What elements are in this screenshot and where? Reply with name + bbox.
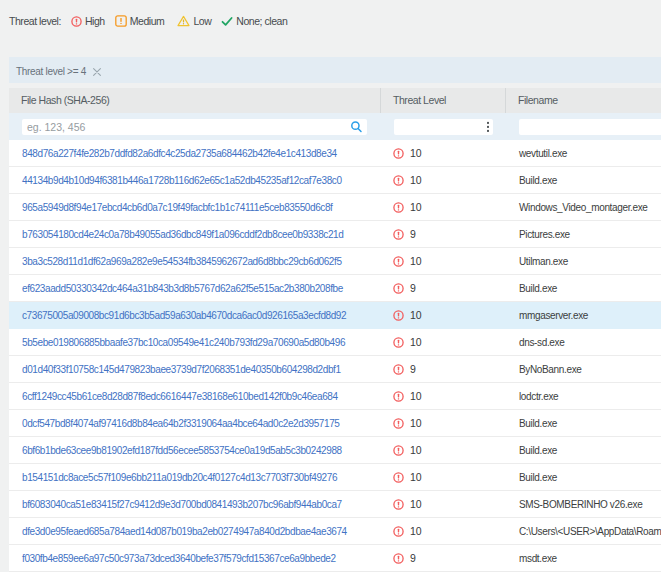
threat-high-icon bbox=[393, 229, 404, 240]
legend-item-label: None; clean bbox=[236, 15, 287, 27]
table-row[interactable]: bf6083040ca51e83415f27c9412d9e3d700bd084… bbox=[9, 491, 661, 518]
threat-level-value: 10 bbox=[410, 201, 422, 213]
file-hash-link[interactable]: f030fb4e859ee6a97c50c973a73dced3640befe3… bbox=[22, 553, 336, 564]
table-row[interactable]: 965a5949d8f94e17ebcd4cb6d0a7c19f49facbfc… bbox=[9, 194, 661, 221]
filter-cell-filename bbox=[506, 119, 661, 135]
file-hash-link[interactable]: 3ba3c528d11d1df62a969a282e9e54534fb38459… bbox=[22, 256, 342, 267]
filter-cell-hash bbox=[9, 119, 381, 135]
legend-item-low: Low bbox=[177, 15, 211, 27]
threat-level-cell: 10 bbox=[381, 174, 506, 186]
filter-cell-threat-level bbox=[381, 119, 506, 135]
column-header-filename[interactable]: Filename bbox=[506, 88, 661, 113]
file-hash-cell: bf6083040ca51e83415f27c9412d9e3d700bd084… bbox=[9, 499, 381, 510]
threat-high-icon bbox=[393, 472, 404, 483]
filename-cell: Build.exe bbox=[506, 418, 661, 429]
file-hash-link[interactable]: 0dcf547bd8f4074af97416d8b84ea64b2f331906… bbox=[22, 418, 340, 429]
file-hash-link[interactable]: dfe3d0e95feaed685a784aed14d087b019ba2eb0… bbox=[22, 526, 347, 537]
threat-high-icon bbox=[393, 256, 404, 267]
threat-level-filter-input[interactable] bbox=[394, 119, 493, 135]
filter-chip-threat-level: Threat level >= 4 bbox=[16, 66, 102, 77]
threat-level-value: 10 bbox=[410, 471, 422, 483]
threat-level-value: 10 bbox=[410, 255, 422, 267]
hash-filter-input[interactable] bbox=[22, 119, 367, 135]
filename-text: ByNoBann.exe bbox=[519, 364, 582, 375]
table-row[interactable]: c73675005a09008bc91d6bc3b5ad59a630ab4670… bbox=[9, 302, 661, 329]
filename-filter-input[interactable] bbox=[519, 119, 661, 135]
threat-level-value: 10 bbox=[410, 390, 422, 402]
table-row[interactable]: 6cff1249cc45b61ce8d28d87f8edc6616447e381… bbox=[9, 383, 661, 410]
column-header-threat-level[interactable]: Threat Level bbox=[381, 88, 506, 113]
table-row[interactable]: 5b5ebe019806885bbaafe37bc10ca09549e41c24… bbox=[9, 329, 661, 356]
threat-level-cell: 10 bbox=[381, 255, 506, 267]
column-header-file-hash[interactable]: File Hash (SHA-256) bbox=[9, 88, 381, 113]
threat-level-cell: 10 bbox=[381, 390, 506, 402]
legend-item-high: High bbox=[71, 15, 105, 27]
table-row[interactable]: 0dcf547bd8f4074af97416d8b84ea64b2f331906… bbox=[9, 410, 661, 437]
table-row[interactable]: f030fb4e859ee6a97c50c973a73dced3640befe3… bbox=[9, 545, 661, 572]
threat-level-cell: 10 bbox=[381, 309, 506, 321]
table-row[interactable]: dfe3d0e95feaed685a784aed14d087b019ba2eb0… bbox=[9, 518, 661, 545]
threat-high-icon bbox=[393, 418, 404, 429]
threat-level-value: 10 bbox=[410, 498, 422, 510]
filter-chip-text: Threat level >= 4 bbox=[16, 66, 86, 77]
threat-level-cell: 10 bbox=[381, 498, 506, 510]
file-hash-link[interactable]: bf6083040ca51e83415f27c9412d9e3d700bd084… bbox=[22, 499, 342, 510]
threat-level-cell: 10 bbox=[381, 444, 506, 456]
legend-label: Threat level: bbox=[9, 15, 61, 27]
threat-high-icon bbox=[393, 148, 404, 159]
legend-item-medium: Medium bbox=[115, 15, 165, 27]
filter-chip-close-icon[interactable] bbox=[92, 66, 102, 76]
threat-high-icon bbox=[393, 202, 404, 213]
table-body: 848d76a227f4fe282b7ddfd82a6dfc4c25da2735… bbox=[9, 140, 661, 572]
more-options-icon[interactable] bbox=[484, 120, 492, 133]
filename-text: Windows_Video_montager.exe bbox=[519, 202, 648, 213]
threat-none-check-icon bbox=[221, 16, 233, 27]
file-hash-link[interactable]: b154151dc8ace5c57f109e6bb211a019db20c4f0… bbox=[22, 472, 337, 483]
table-row[interactable]: 848d76a227f4fe282b7ddfd82a6dfc4c25da2735… bbox=[9, 140, 661, 167]
file-hash-link[interactable]: d01d40f33f10758c145d479823baee3739d7f206… bbox=[22, 364, 341, 375]
file-hash-link[interactable]: ef623aadd50330342dc464a31b843b3d8b5767d6… bbox=[22, 283, 343, 294]
table-row[interactable]: 44134b9d4b10d94f6381b446a1728b116d62e65c… bbox=[9, 167, 661, 194]
table-row[interactable]: 6bf6b1bde63cee9b81902efd187fdd56ecee5853… bbox=[9, 437, 661, 464]
threat-high-icon bbox=[393, 445, 404, 456]
threat-level-value: 10 bbox=[410, 336, 422, 348]
threat-level-cell: 9 bbox=[381, 282, 506, 294]
file-hash-link[interactable]: b763054180cd4e24c0a78b49055ad36dbc849f1a… bbox=[22, 229, 343, 240]
table-row[interactable]: d01d40f33f10758c145d479823baee3739d7f206… bbox=[9, 356, 661, 383]
filename-cell: ByNoBann.exe bbox=[506, 364, 661, 375]
file-hash-cell: 848d76a227f4fe282b7ddfd82a6dfc4c25da2735… bbox=[9, 148, 381, 159]
filename-cell: Build.exe bbox=[506, 175, 661, 186]
file-hash-link[interactable]: 44134b9d4b10d94f6381b446a1728b116d62e65c… bbox=[22, 175, 342, 186]
table-row[interactable]: 3ba3c528d11d1df62a969a282e9e54534fb38459… bbox=[9, 248, 661, 275]
filename-text: mmgaserver.exe bbox=[519, 310, 588, 321]
file-hash-cell: c73675005a09008bc91d6bc3b5ad59a630ab4670… bbox=[9, 310, 381, 321]
threat-table-screen: Threat level: High Medium bbox=[0, 0, 661, 572]
threat-level-cell: 10 bbox=[381, 147, 506, 159]
threat-level-cell: 9 bbox=[381, 552, 506, 564]
file-hash-cell: b154151dc8ace5c57f109e6bb211a019db20c4f0… bbox=[9, 472, 381, 483]
threat-high-icon bbox=[393, 499, 404, 510]
filename-text: lodctr.exe bbox=[519, 391, 558, 402]
filename-cell: dns-sd.exe bbox=[506, 337, 661, 348]
threat-level-cell: 10 bbox=[381, 417, 506, 429]
filename-cell: mmgaserver.exe bbox=[506, 310, 661, 321]
legend-item-label: High bbox=[85, 15, 105, 27]
file-hash-cell: 44134b9d4b10d94f6381b446a1728b116d62e65c… bbox=[9, 175, 381, 186]
file-hash-cell: 965a5949d8f94e17ebcd4cb6d0a7c19f49facbfc… bbox=[9, 202, 381, 213]
file-hash-link[interactable]: 6cff1249cc45b61ce8d28d87f8edc6616447e381… bbox=[22, 391, 338, 402]
table-row[interactable]: b763054180cd4e24c0a78b49055ad36dbc849f1a… bbox=[9, 221, 661, 248]
file-hash-link[interactable]: 965a5949d8f94e17ebcd4cb6d0a7c19f49facbfc… bbox=[22, 202, 332, 213]
file-hash-link[interactable]: 6bf6b1bde63cee9b81902efd187fdd56ecee5853… bbox=[22, 445, 342, 456]
filename-text: Build.exe bbox=[519, 283, 557, 294]
table-row[interactable]: ef623aadd50330342dc464a31b843b3d8b5767d6… bbox=[9, 275, 661, 302]
table-row[interactable]: b154151dc8ace5c57f109e6bb211a019db20c4f0… bbox=[9, 464, 661, 491]
file-hash-link[interactable]: 848d76a227f4fe282b7ddfd82a6dfc4c25da2735… bbox=[22, 148, 337, 159]
file-hash-cell: b763054180cd4e24c0a78b49055ad36dbc849f1a… bbox=[9, 229, 381, 240]
filename-text: Build.exe bbox=[519, 175, 557, 186]
filename-filter-field bbox=[519, 119, 661, 135]
search-icon[interactable] bbox=[350, 120, 363, 133]
file-hash-link[interactable]: c73675005a09008bc91d6bc3b5ad59a630ab4670… bbox=[22, 310, 346, 321]
threat-high-icon bbox=[393, 175, 404, 186]
threat-level-value: 10 bbox=[410, 174, 422, 186]
file-hash-link[interactable]: 5b5ebe019806885bbaafe37bc10ca09549e41c24… bbox=[22, 337, 345, 348]
